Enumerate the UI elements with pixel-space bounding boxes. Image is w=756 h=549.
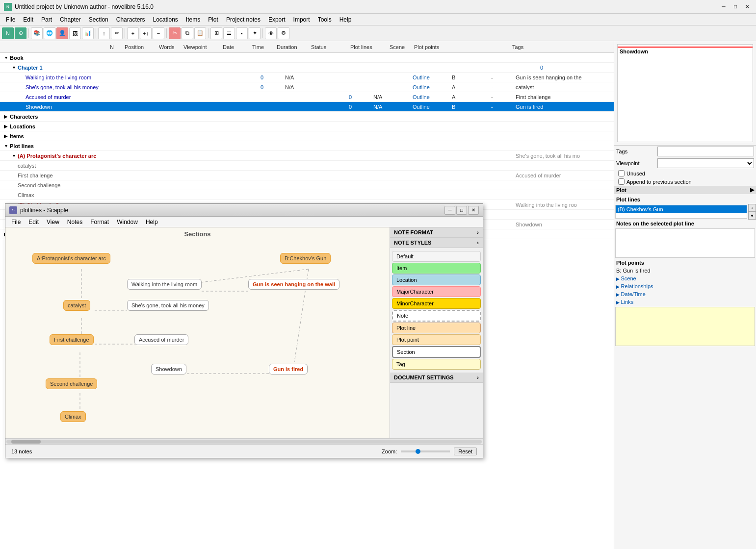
menu-import[interactable]: Import xyxy=(289,15,314,24)
note-gun-fired[interactable]: Gun is fired xyxy=(269,364,308,374)
scapple-menu-notes[interactable]: Notes xyxy=(63,218,86,226)
menu-file[interactable]: File xyxy=(2,15,19,24)
tree-row-first-challenge[interactable]: First challenge Accused of murder xyxy=(0,171,614,180)
close-button[interactable]: ✕ xyxy=(742,2,752,12)
rp-links-collapsible[interactable]: Links xyxy=(616,299,754,305)
tree-row-catalyst[interactable]: catalyst xyxy=(0,161,614,171)
note-accused[interactable]: Accused of murder xyxy=(134,334,188,345)
scapple-close[interactable]: ✕ xyxy=(468,206,479,215)
menu-project-notes[interactable]: Project notes xyxy=(222,15,264,24)
tb-minus[interactable]: − xyxy=(153,27,164,39)
tree-row-locations[interactable]: ▶ Locations xyxy=(0,122,614,131)
tree-row-items[interactable]: ▶ Items xyxy=(0,131,614,141)
scapple-note-format-header[interactable]: NOTE FORMAT › xyxy=(390,227,483,238)
tb-copy[interactable]: ⧉ xyxy=(182,27,193,39)
tb-cut[interactable]: ✂ xyxy=(169,27,181,39)
note-catalyst[interactable]: catalyst xyxy=(63,300,90,311)
rp-plotline-chekhov[interactable]: (B) Chekhov's Gun xyxy=(616,205,747,213)
tree-row-characters[interactable]: ▶ Characters xyxy=(0,112,614,122)
note-shes-gone[interactable]: She's gone, took all his money xyxy=(127,300,209,311)
menu-edit[interactable]: Edit xyxy=(19,15,37,24)
scapple-note-styles-header[interactable]: NOTE STYLES › xyxy=(390,238,483,248)
tb-view2[interactable]: ☰ xyxy=(223,27,235,39)
expand-plotlines[interactable]: ▾ xyxy=(2,143,10,149)
note-gun-wall[interactable]: Gun is seen hanging on the wall xyxy=(248,279,339,290)
maximize-button[interactable]: □ xyxy=(730,2,740,12)
expand-locations[interactable]: ▶ xyxy=(2,124,10,129)
expand-items[interactable]: ▶ xyxy=(2,133,10,139)
menu-locations[interactable]: Locations xyxy=(149,15,182,24)
tree-row-section1[interactable]: ▾ She's gone, took all his money 0 N/A O… xyxy=(0,82,614,92)
tree-row-chapter1[interactable]: ▾ Chapter 1 0 xyxy=(0,63,614,73)
menu-tools[interactable]: Tools xyxy=(314,15,336,24)
tb-chart[interactable]: 📊 xyxy=(82,27,94,39)
tree-row-climax[interactable]: Climax xyxy=(0,190,614,200)
tree-row-second-challenge[interactable]: Second challenge xyxy=(0,180,614,190)
tb-open[interactable]: ⊕ xyxy=(15,27,26,39)
tree-row-section3[interactable]: ▾ Showdown 0 N/A Outline B - Gun is fire… xyxy=(0,102,614,112)
scapple-minimize[interactable]: ─ xyxy=(444,206,455,215)
rp-viewpoint-select[interactable] xyxy=(657,158,754,168)
tree-row-section2[interactable]: ▾ Accused of murder 0 N/A Outline A - Fi… xyxy=(0,92,614,102)
style-location[interactable]: Location xyxy=(392,274,481,285)
rp-plot-header[interactable]: Plot ▶ xyxy=(614,186,756,194)
tb-gear[interactable]: ⚙ xyxy=(278,27,289,39)
scapple-doc-settings-header[interactable]: DOCUMENT SETTINGS › xyxy=(390,373,483,383)
zoom-reset-button[interactable]: Reset xyxy=(454,448,477,455)
titlebar-controls[interactable]: ─ □ ✕ xyxy=(719,2,752,12)
style-default[interactable]: Default xyxy=(392,251,481,262)
style-plot-line[interactable]: Plot line xyxy=(392,323,481,333)
tb-eye[interactable]: 👁 xyxy=(265,27,277,39)
tree-row-book[interactable]: ▾ Book xyxy=(0,53,614,63)
tb-edit[interactable]: ✏ xyxy=(111,27,123,39)
note-chekhov[interactable]: B:Chekhov's Gun xyxy=(280,253,331,264)
tb-view[interactable]: ⊞ xyxy=(210,27,222,39)
scapple-menu-help[interactable]: Help xyxy=(142,218,162,226)
scapple-menu-window[interactable]: Window xyxy=(113,218,142,226)
rp-datetime-collapsible[interactable]: Date/Time xyxy=(616,291,754,297)
tb-add[interactable]: + xyxy=(127,27,139,39)
note-prot-arc[interactable]: A:Protagonist's character arc xyxy=(32,253,110,264)
style-minor-char[interactable]: MinorCharacter xyxy=(392,298,481,309)
style-section[interactable]: Section xyxy=(392,346,481,358)
scapple-canvas[interactable]: Sections xyxy=(5,227,390,438)
minimize-button[interactable]: ─ xyxy=(719,2,729,12)
menu-section[interactable]: Section xyxy=(85,15,112,24)
tb-new[interactable]: N xyxy=(2,27,14,39)
scapple-maximize[interactable]: □ xyxy=(456,206,467,215)
menu-help[interactable]: Help xyxy=(336,15,356,24)
tb-add2[interactable]: +↓ xyxy=(140,27,152,39)
note-second-challenge[interactable]: Second challenge xyxy=(46,378,97,389)
style-plot-point[interactable]: Plot point xyxy=(392,334,481,345)
rp-append-checkbox[interactable] xyxy=(618,178,625,185)
scapple-menu-file[interactable]: File xyxy=(7,218,25,226)
scapple-hscroll[interactable] xyxy=(5,438,483,444)
tb-book[interactable]: 📚 xyxy=(31,27,43,39)
tb-star[interactable]: ✦ xyxy=(249,27,261,39)
tb-globe[interactable]: 🌐 xyxy=(44,27,55,39)
scapple-controls[interactable]: ─ □ ✕ xyxy=(444,206,479,215)
expand-characters[interactable]: ▶ xyxy=(2,114,10,119)
scapple-menu-format[interactable]: Format xyxy=(86,218,113,226)
rp-plotlines-scroll-down[interactable]: ▼ xyxy=(748,212,756,220)
expand-plotline-a[interactable]: ▾ xyxy=(10,153,18,158)
style-tag[interactable]: Tag xyxy=(392,359,481,370)
rp-unused-checkbox[interactable] xyxy=(618,170,625,176)
tree-row-plotline-a[interactable]: ▾ (A) Protagonist's character arc She's … xyxy=(0,151,614,161)
rp-tags-input[interactable] xyxy=(657,147,754,156)
expand-book[interactable]: ▾ xyxy=(2,55,10,60)
expand-chapter1[interactable]: ▾ xyxy=(10,65,18,70)
menu-part[interactable]: Part xyxy=(37,15,56,24)
tb-char[interactable]: 👤 xyxy=(56,27,68,39)
rp-relationships-collapsible[interactable]: Relationships xyxy=(616,283,754,289)
note-walking[interactable]: Walking into the living room xyxy=(127,279,202,290)
tb-up[interactable]: ↑ xyxy=(98,27,110,39)
menu-characters[interactable]: Characters xyxy=(112,15,149,24)
note-climax[interactable]: Climax xyxy=(60,411,86,422)
tree-row-section0[interactable]: ▾ Walking into the living room 0 N/A Out… xyxy=(0,73,614,82)
note-first-challenge[interactable]: First challenge xyxy=(50,334,94,345)
rp-scene-collapsible[interactable]: Scene xyxy=(616,275,754,281)
scapple-menu-view[interactable]: View xyxy=(43,218,63,226)
zoom-slider[interactable] xyxy=(401,450,450,452)
menu-plot[interactable]: Plot xyxy=(204,15,222,24)
